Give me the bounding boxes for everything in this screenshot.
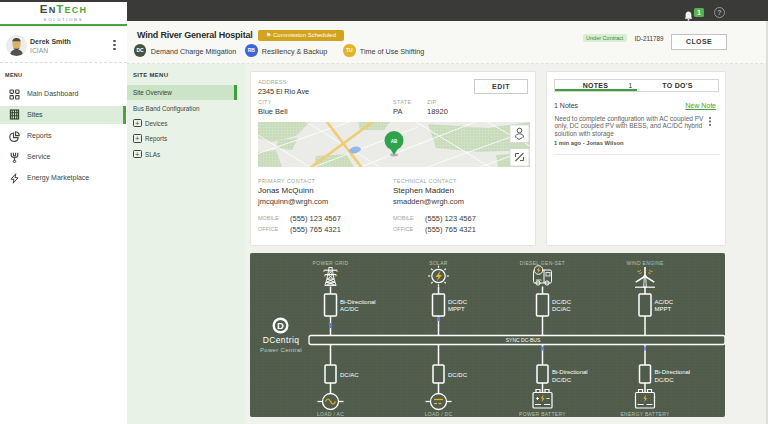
svg-text:ENERGY BATTERY: ENERGY BATTERY [620, 411, 670, 417]
svg-text:DC/DC: DC/DC [655, 377, 675, 383]
svg-text:AC/DC: AC/DC [340, 306, 359, 312]
svg-text:Power Central: Power Central [260, 347, 302, 353]
svg-text:DIESEL GEN-SET: DIESEL GEN-SET [520, 260, 565, 266]
svg-text:MPPT: MPPT [655, 306, 672, 312]
svg-text:Bi-Directional: Bi-Directional [340, 299, 376, 305]
svg-text:MPPT: MPPT [448, 306, 465, 312]
svg-text:AB: AB [391, 138, 398, 143]
svg-text:DC/DC: DC/DC [552, 299, 572, 305]
svg-text:DC/AC: DC/AC [552, 306, 571, 312]
svg-text:D: D [277, 320, 284, 331]
svg-text:Bi-Directional: Bi-Directional [655, 369, 691, 375]
svg-text:DC/DC: DC/DC [552, 377, 572, 383]
svg-text:WIND ENGINE: WIND ENGINE [626, 260, 664, 266]
svg-text:AC/DC: AC/DC [655, 299, 674, 305]
svg-text:DC/DC: DC/DC [448, 299, 468, 305]
svg-text:POWER GRID: POWER GRID [313, 260, 349, 266]
svg-text:SYNC DC-BUS: SYNC DC-BUS [506, 337, 541, 343]
svg-text:POWER BATTERY: POWER BATTERY [519, 411, 566, 417]
svg-text:Bi-Directional: Bi-Directional [552, 369, 588, 375]
svg-text:LOAD / AC: LOAD / AC [317, 411, 344, 417]
svg-text:LOAD / DC: LOAD / DC [425, 411, 453, 417]
svg-text:DC/DC: DC/DC [448, 372, 468, 378]
svg-text:DC/AC: DC/AC [340, 372, 359, 378]
svg-text:SOLAR: SOLAR [429, 260, 448, 266]
svg-text:DCentriq: DCentriq [263, 335, 300, 345]
